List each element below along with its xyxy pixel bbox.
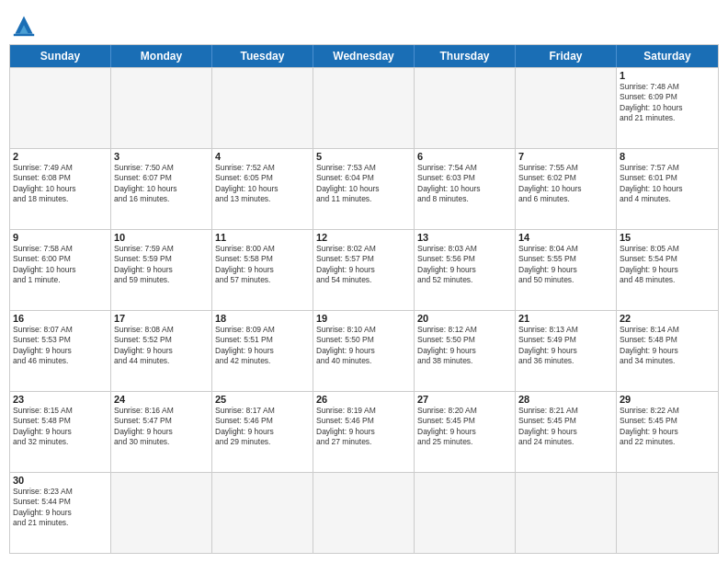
- logo-icon: [9, 13, 39, 39]
- calendar-cell-r0-c2: [212, 68, 313, 148]
- cell-info: Sunrise: 8:04 AM Sunset: 5:55 PM Dayligh…: [518, 244, 613, 286]
- cell-info: Sunrise: 8:14 AM Sunset: 5:48 PM Dayligh…: [620, 325, 715, 367]
- day-number: 17: [114, 313, 209, 324]
- calendar-cell-r3-c4: 20Sunrise: 8:12 AM Sunset: 5:50 PM Dayli…: [415, 311, 516, 391]
- calendar-header: SundayMondayTuesdayWednesdayThursdayFrid…: [10, 45, 718, 67]
- cell-info: Sunrise: 8:12 AM Sunset: 5:50 PM Dayligh…: [417, 325, 512, 367]
- calendar-cell-r2-c2: 11Sunrise: 8:00 AM Sunset: 5:58 PM Dayli…: [212, 230, 313, 310]
- cell-info: Sunrise: 7:57 AM Sunset: 6:01 PM Dayligh…: [620, 163, 715, 205]
- day-number: 26: [316, 394, 411, 405]
- calendar-cell-r0-c6: 1Sunrise: 7:48 AM Sunset: 6:09 PM Daylig…: [617, 68, 718, 148]
- calendar-cell-r5-c3: [313, 473, 415, 553]
- calendar-cell-r3-c6: 22Sunrise: 8:14 AM Sunset: 5:48 PM Dayli…: [617, 311, 718, 391]
- day-number: 25: [215, 394, 310, 405]
- calendar-cell-r3-c0: 16Sunrise: 8:07 AM Sunset: 5:53 PM Dayli…: [10, 311, 111, 391]
- day-number: 5: [316, 151, 411, 162]
- calendar-cell-r2-c3: 12Sunrise: 8:02 AM Sunset: 5:57 PM Dayli…: [313, 230, 415, 310]
- logo: [9, 13, 42, 39]
- cell-info: Sunrise: 7:48 AM Sunset: 6:09 PM Dayligh…: [620, 82, 715, 124]
- day-number: 22: [620, 313, 715, 324]
- calendar-cell-r5-c5: [516, 473, 617, 553]
- page: SundayMondayTuesdayWednesdayThursdayFrid…: [0, 0, 728, 563]
- calendar-cell-r2-c0: 9Sunrise: 7:58 AM Sunset: 6:00 PM Daylig…: [10, 230, 111, 310]
- day-number: 28: [518, 394, 613, 405]
- calendar-cell-r3-c3: 19Sunrise: 8:10 AM Sunset: 5:50 PM Dayli…: [313, 311, 415, 391]
- weekday-header-saturday: Saturday: [617, 45, 718, 67]
- day-number: 24: [114, 394, 209, 405]
- calendar-row-4: 23Sunrise: 8:15 AM Sunset: 5:48 PM Dayli…: [10, 391, 718, 472]
- weekday-header-tuesday: Tuesday: [212, 45, 313, 67]
- cell-info: Sunrise: 8:22 AM Sunset: 5:45 PM Dayligh…: [620, 406, 715, 448]
- day-number: 15: [620, 232, 715, 243]
- cell-info: Sunrise: 8:00 AM Sunset: 5:58 PM Dayligh…: [215, 244, 310, 286]
- calendar-cell-r4-c4: 27Sunrise: 8:20 AM Sunset: 5:45 PM Dayli…: [415, 392, 516, 472]
- calendar-cell-r1-c1: 3Sunrise: 7:50 AM Sunset: 6:07 PM Daylig…: [111, 149, 212, 229]
- day-number: 2: [13, 151, 108, 162]
- calendar-cell-r3-c2: 18Sunrise: 8:09 AM Sunset: 5:51 PM Dayli…: [212, 311, 313, 391]
- day-number: 11: [215, 232, 310, 243]
- calendar-cell-r0-c0: [10, 68, 111, 148]
- calendar-cell-r5-c4: [415, 473, 516, 553]
- calendar-cell-r4-c3: 26Sunrise: 8:19 AM Sunset: 5:46 PM Dayli…: [313, 392, 415, 472]
- calendar: SundayMondayTuesdayWednesdayThursdayFrid…: [9, 44, 719, 554]
- calendar-cell-r4-c0: 23Sunrise: 8:15 AM Sunset: 5:48 PM Dayli…: [10, 392, 111, 472]
- calendar-cell-r5-c1: [111, 473, 212, 553]
- calendar-cell-r0-c1: [111, 68, 212, 148]
- calendar-cell-r2-c4: 13Sunrise: 8:03 AM Sunset: 5:56 PM Dayli…: [415, 230, 516, 310]
- cell-info: Sunrise: 7:50 AM Sunset: 6:07 PM Dayligh…: [114, 163, 209, 205]
- weekday-header-wednesday: Wednesday: [313, 45, 415, 67]
- day-number: 10: [114, 232, 209, 243]
- day-number: 16: [13, 313, 108, 324]
- calendar-body: 1Sunrise: 7:48 AM Sunset: 6:09 PM Daylig…: [10, 67, 718, 553]
- day-number: 30: [13, 475, 108, 486]
- day-number: 21: [518, 313, 613, 324]
- calendar-cell-r5-c2: [212, 473, 313, 553]
- top-section: [9, 9, 719, 39]
- calendar-cell-r1-c4: 6Sunrise: 7:54 AM Sunset: 6:03 PM Daylig…: [415, 149, 516, 229]
- calendar-cell-r1-c5: 7Sunrise: 7:55 AM Sunset: 6:02 PM Daylig…: [516, 149, 617, 229]
- calendar-cell-r1-c3: 5Sunrise: 7:53 AM Sunset: 6:04 PM Daylig…: [313, 149, 415, 229]
- cell-info: Sunrise: 7:53 AM Sunset: 6:04 PM Dayligh…: [316, 163, 411, 205]
- cell-info: Sunrise: 8:05 AM Sunset: 5:54 PM Dayligh…: [620, 244, 715, 286]
- day-number: 13: [417, 232, 512, 243]
- day-number: 18: [215, 313, 310, 324]
- calendar-cell-r4-c6: 29Sunrise: 8:22 AM Sunset: 5:45 PM Dayli…: [617, 392, 718, 472]
- calendar-row-3: 16Sunrise: 8:07 AM Sunset: 5:53 PM Dayli…: [10, 310, 718, 391]
- calendar-cell-r4-c1: 24Sunrise: 8:16 AM Sunset: 5:47 PM Dayli…: [111, 392, 212, 472]
- calendar-cell-r2-c5: 14Sunrise: 8:04 AM Sunset: 5:55 PM Dayli…: [516, 230, 617, 310]
- calendar-cell-r0-c3: [313, 68, 415, 148]
- day-number: 9: [13, 232, 108, 243]
- calendar-cell-r2-c1: 10Sunrise: 7:59 AM Sunset: 5:59 PM Dayli…: [111, 230, 212, 310]
- calendar-row-2: 9Sunrise: 7:58 AM Sunset: 6:00 PM Daylig…: [10, 229, 718, 310]
- cell-info: Sunrise: 8:02 AM Sunset: 5:57 PM Dayligh…: [316, 244, 411, 286]
- cell-info: Sunrise: 8:09 AM Sunset: 5:51 PM Dayligh…: [215, 325, 310, 367]
- calendar-cell-r3-c1: 17Sunrise: 8:08 AM Sunset: 5:52 PM Dayli…: [111, 311, 212, 391]
- calendar-row-0: 1Sunrise: 7:48 AM Sunset: 6:09 PM Daylig…: [10, 67, 718, 148]
- calendar-cell-r1-c2: 4Sunrise: 7:52 AM Sunset: 6:05 PM Daylig…: [212, 149, 313, 229]
- day-number: 6: [417, 151, 512, 162]
- calendar-row-1: 2Sunrise: 7:49 AM Sunset: 6:08 PM Daylig…: [10, 148, 718, 229]
- cell-info: Sunrise: 8:10 AM Sunset: 5:50 PM Dayligh…: [316, 325, 411, 367]
- day-number: 4: [215, 151, 310, 162]
- cell-info: Sunrise: 7:52 AM Sunset: 6:05 PM Dayligh…: [215, 163, 310, 205]
- cell-info: Sunrise: 8:07 AM Sunset: 5:53 PM Dayligh…: [13, 325, 108, 367]
- cell-info: Sunrise: 8:13 AM Sunset: 5:49 PM Dayligh…: [518, 325, 613, 367]
- weekday-header-thursday: Thursday: [415, 45, 516, 67]
- svg-rect-2: [14, 34, 34, 36]
- cell-info: Sunrise: 8:20 AM Sunset: 5:45 PM Dayligh…: [417, 406, 512, 448]
- day-number: 29: [620, 394, 715, 405]
- cell-info: Sunrise: 8:19 AM Sunset: 5:46 PM Dayligh…: [316, 406, 411, 448]
- cell-info: Sunrise: 7:55 AM Sunset: 6:02 PM Dayligh…: [518, 163, 613, 205]
- calendar-row-5: 30Sunrise: 8:23 AM Sunset: 5:44 PM Dayli…: [10, 472, 718, 553]
- day-number: 1: [620, 70, 715, 81]
- calendar-cell-r4-c2: 25Sunrise: 8:17 AM Sunset: 5:46 PM Dayli…: [212, 392, 313, 472]
- calendar-cell-r0-c5: [516, 68, 617, 148]
- day-number: 19: [316, 313, 411, 324]
- day-number: 12: [316, 232, 411, 243]
- day-number: 7: [518, 151, 613, 162]
- calendar-cell-r0-c4: [415, 68, 516, 148]
- cell-info: Sunrise: 8:17 AM Sunset: 5:46 PM Dayligh…: [215, 406, 310, 448]
- calendar-cell-r3-c5: 21Sunrise: 8:13 AM Sunset: 5:49 PM Dayli…: [516, 311, 617, 391]
- cell-info: Sunrise: 8:23 AM Sunset: 5:44 PM Dayligh…: [13, 487, 108, 529]
- cell-info: Sunrise: 8:03 AM Sunset: 5:56 PM Dayligh…: [417, 244, 512, 286]
